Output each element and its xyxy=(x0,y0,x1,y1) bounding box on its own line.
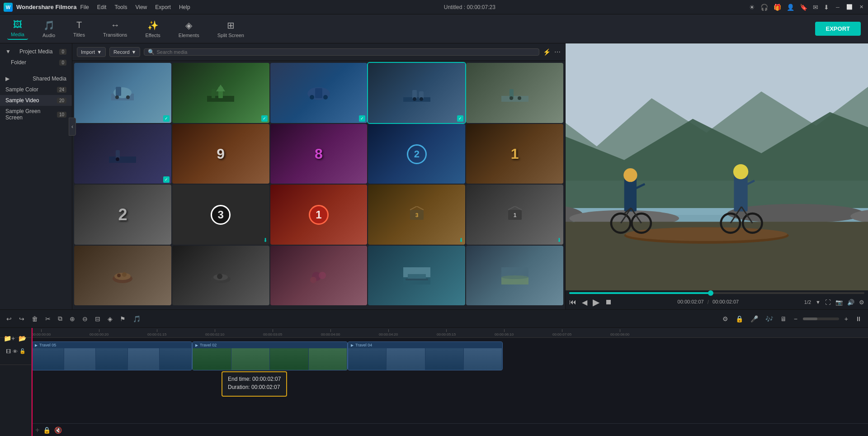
user-icon[interactable]: 👤 xyxy=(787,4,794,11)
media-item-cherry[interactable]: Cherry Blossom xyxy=(270,246,368,306)
gift-icon[interactable]: 🎁 xyxy=(774,4,781,11)
media-item-countdown8[interactable]: 8 Countdown 8 xyxy=(270,124,368,184)
media-item-islands[interactable]: Islands xyxy=(368,246,465,306)
tl-minus-button[interactable]: − xyxy=(792,313,799,324)
notification-icon[interactable]: ☀ xyxy=(749,4,755,11)
cut-button[interactable]: ✂ xyxy=(43,313,52,324)
tl-pause-button[interactable]: ⏸ xyxy=(854,313,863,324)
panel-item-shared-media[interactable]: ▶ Shared Media xyxy=(0,73,72,84)
media-item-travel06[interactable]: ✓ Travel 06 xyxy=(74,124,171,184)
media-item-travel03[interactable]: ✓ Travel 03 xyxy=(270,63,368,123)
timeline-clip-travel05[interactable]: ▶ Travel 05 xyxy=(32,341,192,370)
tool-transitions[interactable]: ↔ Transitions xyxy=(99,18,131,39)
panel-item-sample-color[interactable]: Sample Color 24 xyxy=(0,84,72,95)
fit-button[interactable]: ⊟ xyxy=(93,313,102,324)
media-item-plating[interactable]: Plating Food xyxy=(172,246,269,306)
media-item-countdown1[interactable]: 1 ⬇ Countdown 1 xyxy=(466,185,563,245)
close-button[interactable]: ✕ xyxy=(858,4,864,10)
menu-view[interactable]: View xyxy=(135,4,147,10)
media-item-beach[interactable]: Beach xyxy=(466,246,563,306)
crop-button[interactable]: ⧉ xyxy=(56,313,64,324)
settings-button[interactable]: ⚙ xyxy=(859,299,864,306)
delete-button[interactable]: 🗑 xyxy=(30,313,40,324)
zoom-out-button[interactable]: ⊖ xyxy=(80,313,90,324)
timeline-clip-travel02[interactable]: ▶ Travel 02 xyxy=(192,341,348,370)
search-input[interactable] xyxy=(156,49,535,55)
media-item-countdown3[interactable]: 1 Countdown 3 xyxy=(270,185,368,245)
panel-collapse-button[interactable]: ‹ xyxy=(69,118,76,136)
track-lock-icon[interactable]: 🔓 xyxy=(19,348,26,354)
tl-settings-right[interactable]: ⚙ xyxy=(721,313,730,324)
frame-t4-3 xyxy=(425,348,464,370)
tool-titles[interactable]: T Titles xyxy=(70,18,89,39)
media-item-travel04[interactable]: ✓ Travel 04 xyxy=(368,63,465,123)
tool-audio[interactable]: 🎵 Audio xyxy=(39,18,59,40)
panel-item-project-media[interactable]: ▼ Project Media 0 xyxy=(0,46,72,57)
panel-item-sample-green[interactable]: Sample Green Screen 10 xyxy=(0,106,72,123)
timeline-clip-travel04[interactable]: ▶ Travel 04 xyxy=(348,341,503,370)
export-button[interactable]: EXPORT xyxy=(815,22,861,36)
headset-icon[interactable]: 🎧 xyxy=(760,4,768,11)
media-item-travel02[interactable]: ✓ Travel 02 xyxy=(172,63,269,123)
media-item-countdown5[interactable]: 2 Countdown 5 xyxy=(74,185,171,245)
record-dropdown[interactable]: Record ▼ xyxy=(109,47,140,57)
tl-zoom-slider[interactable] xyxy=(803,318,839,320)
skip-back-button[interactable]: ⏮ xyxy=(569,298,576,306)
panel-item-folder[interactable]: Folder 0 xyxy=(0,57,72,68)
menu-tools[interactable]: Tools xyxy=(114,4,127,10)
tl-music-button[interactable]: 🎶 xyxy=(764,313,775,324)
timeline-scroll-area[interactable]: 00:00:00:00 00:00:00:20 00:00:01:15 00:0… xyxy=(32,328,868,436)
undo-button[interactable]: ↩ xyxy=(5,313,14,324)
tool-split-screen[interactable]: ⊞ Split Screen xyxy=(214,18,248,40)
prev-frame-button[interactable]: ◀ xyxy=(582,298,587,307)
media-item-countdown6[interactable]: 1 Countdown 6 xyxy=(466,124,563,184)
import-dropdown[interactable]: Import ▼ xyxy=(77,47,106,57)
filter-icon[interactable]: ⚡ xyxy=(543,48,551,56)
panel-item-sample-video[interactable]: Sample Video 20 xyxy=(0,95,72,106)
volume-button[interactable]: 🔊 xyxy=(847,299,854,306)
restore-button[interactable]: ⬜ xyxy=(846,4,853,10)
page-dropdown-button[interactable]: ▼ xyxy=(816,299,821,305)
track-eye-icon[interactable]: 👁 xyxy=(13,349,18,354)
tl-lock-button[interactable]: 🔒 xyxy=(734,313,745,324)
minimize-button[interactable]: ─ xyxy=(835,4,841,10)
mute-icon[interactable]: 🔇 xyxy=(54,427,62,434)
snap-button[interactable]: ◈ xyxy=(106,313,114,324)
progress-bar[interactable] xyxy=(569,292,864,294)
menu-export[interactable]: Export xyxy=(155,4,171,10)
bookmark-icon[interactable]: 🔖 xyxy=(800,4,807,11)
media-item-countdown2[interactable]: 3 ⬇ Countdown 2 xyxy=(368,185,465,245)
lock-icon[interactable]: 🔒 xyxy=(43,427,51,434)
tool-effects[interactable]: ✨ Effects xyxy=(142,18,164,40)
fullscreen-button[interactable]: ⛶ xyxy=(825,299,831,306)
media-item-travel01[interactable]: ✓ Travel 01 xyxy=(74,63,171,123)
marker-button[interactable]: ⚑ xyxy=(118,313,127,324)
tl-plus-button[interactable]: + xyxy=(843,313,850,324)
play-button[interactable]: ▶ xyxy=(593,297,599,308)
mail-icon[interactable]: ✉ xyxy=(813,4,818,11)
progress-thumb[interactable] xyxy=(708,290,713,296)
media-item-countdown9[interactable]: 9 Countdown 9 xyxy=(172,124,269,184)
media-item-food[interactable]: Food xyxy=(74,246,171,306)
add-track-icon[interactable]: + xyxy=(35,426,39,434)
menu-file[interactable]: File xyxy=(80,4,89,10)
audio-button[interactable]: 🎵 xyxy=(131,313,142,324)
folder-open-icon[interactable]: 📂 xyxy=(19,335,26,342)
view-options-icon[interactable]: ⋯ xyxy=(554,48,561,56)
screenshot-button[interactable]: 📷 xyxy=(835,299,843,306)
redo-button[interactable]: ↪ xyxy=(17,313,26,324)
tool-media[interactable]: 🖼 Media xyxy=(7,18,28,40)
page-display: 1/2 xyxy=(804,299,811,305)
media-item-countdown4[interactable]: 3 ⬇ Countdown 4 xyxy=(172,185,269,245)
stop-button[interactable]: ⏹ xyxy=(605,298,612,306)
menu-help[interactable]: Help xyxy=(179,4,190,10)
add-folder-icon[interactable]: 📁+ xyxy=(4,335,15,342)
media-item-travel05[interactable]: Travel 05 xyxy=(466,63,563,123)
menu-edit[interactable]: Edit xyxy=(97,4,107,10)
tool-elements[interactable]: ◈ Elements xyxy=(175,18,203,40)
tl-screen-button[interactable]: 🖥 xyxy=(778,313,788,324)
tl-mic-button[interactable]: 🎤 xyxy=(749,313,760,324)
zoom-in-button[interactable]: ⊕ xyxy=(68,313,77,324)
media-item-countdown7[interactable]: 2 Countdown 7 xyxy=(368,124,465,184)
download-icon[interactable]: ⬇ xyxy=(824,4,829,11)
